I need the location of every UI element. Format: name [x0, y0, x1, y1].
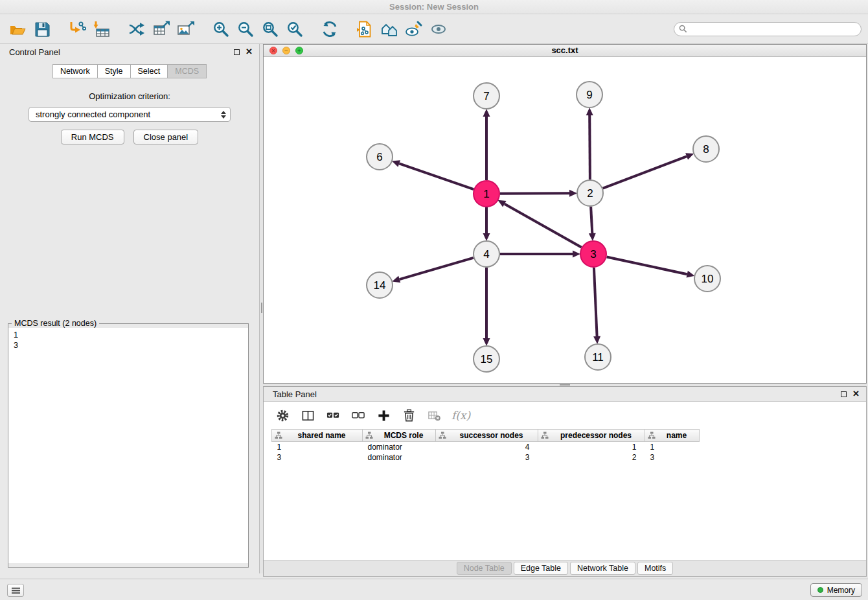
tab-mcds[interactable]: MCDS — [167, 64, 207, 78]
graph-edge-1-6[interactable] — [399, 163, 474, 189]
tab-edge-table[interactable]: Edge Table — [514, 562, 568, 575]
export-image-button[interactable] — [174, 17, 198, 41]
table-row[interactable]: 1dominator411 — [272, 442, 700, 452]
run-mcds-button[interactable]: Run MCDS — [61, 130, 124, 144]
graph-node-8[interactable]: 8 — [693, 136, 719, 162]
import-table-file-button[interactable] — [89, 17, 114, 41]
graph-node-9[interactable]: 9 — [577, 82, 602, 108]
graph-node-label: 7 — [483, 90, 489, 102]
export-network-button[interactable] — [124, 17, 149, 41]
table-cell[interactable]: 3 — [645, 452, 700, 463]
search-icon — [679, 25, 687, 33]
function-builder-button[interactable]: f(x) — [451, 408, 470, 423]
table-cell[interactable]: 1 — [645, 442, 700, 452]
column-header-shared-name[interactable]: shared name — [272, 430, 363, 442]
table-row[interactable]: 3dominator323 — [272, 452, 700, 463]
table-cell[interactable]: dominator — [363, 452, 436, 463]
column-label: shared name — [297, 431, 345, 440]
table-cell[interactable]: 1 — [272, 442, 363, 452]
network-analyzer-button[interactable] — [377, 17, 402, 41]
tab-network-table[interactable]: Network Table — [570, 562, 635, 575]
minimize-window-icon[interactable]: − — [282, 47, 290, 54]
plus-icon — [377, 409, 391, 422]
float-table-panel-icon[interactable] — [841, 391, 847, 397]
close-panel-button[interactable]: Close panel — [133, 130, 199, 144]
save-session-button[interactable] — [30, 17, 54, 41]
graph-node-2[interactable]: 2 — [577, 180, 603, 206]
eye-icon — [429, 20, 448, 38]
network-canvas[interactable]: 7968124314101511 — [264, 58, 866, 383]
table-settings-button[interactable] — [275, 408, 290, 423]
tab-select[interactable]: Select — [130, 64, 168, 78]
tab-style[interactable]: Style — [97, 64, 131, 78]
import-network-icon — [68, 20, 86, 38]
show-graphics-details-button[interactable] — [426, 17, 451, 41]
search-input[interactable] — [687, 23, 861, 35]
tab-motifs[interactable]: Motifs — [637, 562, 673, 575]
memory-button[interactable]: Memory — [810, 583, 862, 597]
unselect-all-columns-button[interactable] — [350, 408, 366, 423]
graph-edge-3-10[interactable] — [607, 257, 687, 274]
table-cell[interactable]: 3 — [272, 452, 363, 463]
import-network-file-button[interactable] — [65, 17, 89, 41]
graph-edge-3-11[interactable] — [594, 268, 597, 336]
refresh-button[interactable] — [317, 17, 342, 41]
graph-edge-2-9[interactable] — [589, 115, 590, 179]
gear-icon — [276, 409, 290, 422]
graph-node-7[interactable]: 7 — [474, 83, 499, 109]
zoom-in-button[interactable] — [209, 17, 233, 41]
refresh-icon — [321, 20, 339, 38]
graph-node-15[interactable]: 15 — [474, 346, 499, 372]
tab-node-table[interactable]: Node Table — [457, 562, 512, 575]
graph-node-14[interactable]: 14 — [367, 272, 393, 298]
task-history-button[interactable] — [7, 584, 24, 597]
graph-edge-2-3[interactable] — [591, 207, 592, 233]
show-columns-button[interactable] — [300, 408, 315, 423]
close-table-panel-icon[interactable]: ✕ — [852, 390, 860, 398]
table-cell[interactable]: 4 — [436, 442, 538, 452]
graph-node-4[interactable]: 4 — [474, 241, 499, 267]
main-toolbar — [0, 14, 868, 44]
open-file-button[interactable] — [5, 17, 30, 41]
select-all-columns-button[interactable] — [325, 408, 341, 423]
table-cell[interactable]: 3 — [436, 452, 538, 463]
zoom-out-button[interactable] — [233, 17, 258, 41]
zoom-fit-button[interactable] — [258, 17, 282, 41]
close-window-icon[interactable]: × — [269, 47, 277, 54]
close-panel-icon[interactable]: ✕ — [246, 48, 253, 56]
column-label: MCDS role — [384, 431, 424, 440]
add-column-button[interactable] — [376, 408, 391, 423]
delete-table-button[interactable] — [426, 408, 442, 423]
zoom-window-icon[interactable]: + — [295, 47, 303, 54]
column-header-MCDS-role[interactable]: MCDS role — [363, 430, 436, 442]
graph-node-6[interactable]: 6 — [367, 144, 393, 170]
graph-edge-3-1[interactable] — [505, 204, 582, 248]
window-title: Session: New Session — [389, 2, 479, 12]
graph-edge-1-2[interactable] — [500, 193, 569, 194]
delete-column-button[interactable] — [401, 408, 417, 423]
graph-node-1[interactable]: 1 — [474, 181, 499, 207]
zoom-selected-button[interactable] — [282, 17, 307, 41]
table-cell[interactable]: 2 — [538, 452, 645, 463]
network-arrows-icon — [128, 20, 146, 38]
window-titlebar: Session: New Session — [0, 0, 868, 14]
search-box — [674, 22, 862, 36]
graph-node-3[interactable]: 3 — [580, 241, 606, 267]
graph-edge-4-14[interactable] — [400, 258, 474, 279]
unselect-all-icon — [352, 409, 365, 422]
column-header-predecessor-nodes[interactable]: predecessor nodes — [538, 430, 645, 442]
column-header-successor-nodes[interactable]: successor nodes — [436, 430, 538, 442]
table-cell[interactable]: 1 — [538, 442, 645, 452]
apply-style-button[interactable] — [402, 17, 426, 41]
graph-edge-2-8[interactable] — [603, 156, 687, 188]
graph-node-11[interactable]: 11 — [585, 344, 611, 370]
table-cell[interactable]: dominator — [363, 442, 436, 452]
column-header-name[interactable]: name — [645, 430, 700, 442]
export-table-button[interactable] — [149, 17, 174, 41]
criterion-dropdown[interactable]: strongly connected component — [29, 107, 231, 122]
tab-network[interactable]: Network — [52, 64, 98, 78]
graph-node-10[interactable]: 10 — [694, 266, 720, 292]
network-from-document-button[interactable] — [352, 17, 377, 41]
float-panel-icon[interactable] — [234, 49, 240, 55]
network-graph[interactable]: 7968124314101511 — [264, 58, 866, 384]
